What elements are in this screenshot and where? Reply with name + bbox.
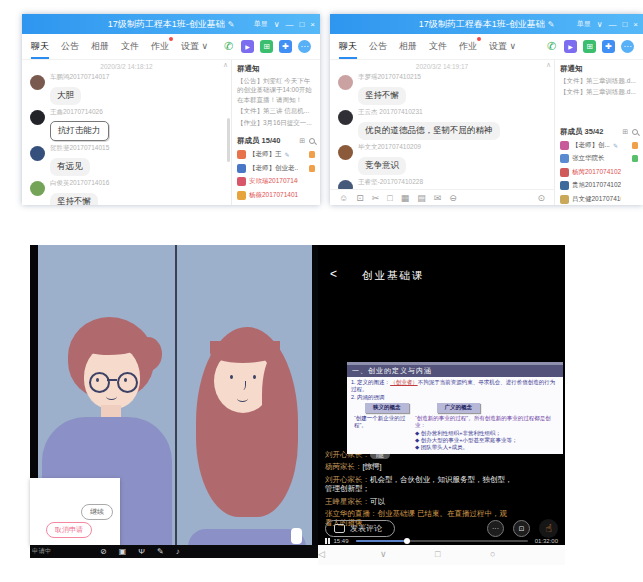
avatar[interactable] xyxy=(30,146,45,161)
emoji-icon[interactable]: ☺ xyxy=(339,193,348,203)
chat-action-icon[interactable]: ▶ xyxy=(564,40,577,53)
tab[interactable]: 文件 xyxy=(429,35,447,59)
cast-screen-button[interactable]: ⊡ xyxy=(513,520,530,537)
chat-action-icon[interactable]: ⊞ xyxy=(583,40,596,53)
display-mode-label[interactable]: 单显 xyxy=(577,19,591,29)
home-icon[interactable]: ○ xyxy=(490,549,495,559)
member-search-icon[interactable] xyxy=(309,138,315,144)
fold-messages-icon[interactable]: ∧ xyxy=(546,61,551,69)
progress-knob[interactable] xyxy=(404,538,410,544)
message-area[interactable]: ∧ 2020/3/2 14:18:12 车鹏鸿20170714017 大胆 xyxy=(22,60,231,205)
like-button[interactable]: ☝ xyxy=(539,519,558,538)
member-row[interactable]: 【老师】创业老... xyxy=(237,164,315,173)
chat-action-icon[interactable]: ⊞ xyxy=(260,40,273,53)
fold-messages-icon[interactable]: ∧ xyxy=(223,61,228,69)
minimize-icon[interactable]: — xyxy=(608,20,616,29)
close-icon[interactable]: × xyxy=(633,20,638,29)
history-icon[interactable]: ⊙ xyxy=(537,193,545,203)
group-notice-item[interactable]: 【文件】第三讲 信息机... xyxy=(237,106,315,115)
chat-action-icon[interactable]: ▶ xyxy=(241,40,254,53)
member-row[interactable]: 杨苪201707410236 xyxy=(560,168,638,177)
recents-icon[interactable]: □ xyxy=(435,549,440,559)
hide-nav-icon[interactable]: ∨ xyxy=(380,549,387,559)
edit-title-icon[interactable]: ✎ xyxy=(228,20,235,29)
member-row[interactable]: 贵旭201707410204 xyxy=(560,181,638,190)
invite-member-icon[interactable]: ⊞ xyxy=(299,137,305,145)
scrollbar[interactable] xyxy=(227,118,230,162)
camera-off-icon[interactable]: ⊘ xyxy=(100,548,107,556)
member-edit-icon[interactable]: ✎ xyxy=(613,142,618,149)
continue-button[interactable]: 继续 xyxy=(81,504,113,520)
tab[interactable]: 相册 xyxy=(399,35,417,59)
tab[interactable]: 聊天 xyxy=(339,35,357,59)
back-icon[interactable]: ◁ xyxy=(318,549,325,559)
chat-action-icon[interactable]: ✆ xyxy=(545,40,558,53)
progress-bar[interactable] xyxy=(356,540,528,542)
tab-label: 公告 xyxy=(369,41,387,51)
member-edit-icon[interactable]: ✎ xyxy=(285,151,290,158)
tab[interactable]: 设置 ∨ xyxy=(489,35,516,59)
tab[interactable]: 作业 xyxy=(151,35,169,59)
chat-action-icon[interactable]: ⋯ xyxy=(298,40,311,53)
remind-icon[interactable]: ✉ xyxy=(434,193,442,203)
chat-action-icon[interactable]: ✆ xyxy=(222,40,235,53)
tab[interactable]: 作业 xyxy=(459,35,477,59)
mute-icon[interactable]: ⊖ xyxy=(449,193,457,203)
cancel-request-button[interactable]: 取消申请 xyxy=(46,522,92,538)
group-notice-item[interactable]: 【作业】3月16日提交一... xyxy=(237,118,315,127)
avatar[interactable] xyxy=(30,75,45,90)
maximize-icon[interactable]: □ xyxy=(622,20,627,29)
pause-button[interactable] xyxy=(325,538,330,544)
member-row[interactable]: 安欣瑞2017071401 xyxy=(237,177,315,186)
avatar[interactable] xyxy=(338,75,353,90)
chat-action-icon[interactable]: ✚ xyxy=(279,40,292,53)
display-mode-label[interactable]: 单显 xyxy=(254,19,268,29)
close-icon[interactable]: × xyxy=(310,20,315,29)
member-row[interactable]: 张立华院长 xyxy=(560,154,638,163)
window-body: ∧ 2020/3/2 14:18:12 车鹏鸿20170714017 大胆 xyxy=(22,60,320,205)
member-row[interactable]: 【老师】王 ✎ xyxy=(237,150,315,159)
member-search-icon[interactable] xyxy=(632,129,638,135)
tab[interactable]: 设置 ∨ xyxy=(181,35,208,59)
chat-action-icon[interactable]: ⋯ xyxy=(621,40,634,53)
avatar[interactable] xyxy=(338,110,353,125)
group-notice-item[interactable]: 【公告】刘雯红 今天下午的创业基础课于14:00开始在本群直播！请周知！ xyxy=(237,76,315,104)
annotate-icon[interactable]: ✎ xyxy=(157,548,164,556)
tab[interactable]: 公告 xyxy=(61,35,79,59)
edit-title-icon[interactable]: ✎ xyxy=(548,20,555,29)
image-icon[interactable]: ▤ xyxy=(417,193,426,203)
chat-action-icon[interactable]: ✚ xyxy=(602,40,615,53)
member-row[interactable]: 杨薇20170714012 xyxy=(237,191,315,200)
chat-toolbar-icons: ☺⊡✂□▦▤✉⊖ xyxy=(339,193,457,203)
music-icon[interactable]: ♪ xyxy=(176,548,180,556)
collapse-window-icon[interactable]: ∨ xyxy=(274,20,280,29)
tab[interactable]: 文件 xyxy=(121,35,139,59)
message-area[interactable]: ∧ 2020/3/2 14:19:17 李梦瑶201707410215 坚持不懈 xyxy=(330,60,554,205)
tab[interactable]: 聊天 xyxy=(31,35,49,59)
group-notice-item[interactable]: 【文件】第三章训练题.d... xyxy=(560,87,638,96)
tab[interactable]: 相册 xyxy=(91,35,109,59)
member-row[interactable]: 吕文健2017074102... xyxy=(560,195,638,204)
maximize-icon[interactable]: □ xyxy=(299,20,304,29)
tab[interactable]: 公告 xyxy=(369,35,387,59)
screenshot-icon[interactable]: ✂ xyxy=(372,193,380,203)
file-icon[interactable]: □ xyxy=(387,193,392,203)
avatar[interactable] xyxy=(30,181,45,196)
comment-input[interactable]: 发表评论 xyxy=(325,520,395,537)
mic-icon[interactable]: Ψ xyxy=(138,548,145,556)
collapse-window-icon[interactable]: ∨ xyxy=(597,20,603,29)
member-row[interactable]: 【老师】创... ✎ xyxy=(560,141,638,150)
screen-share-icon[interactable]: ▣ xyxy=(119,548,127,556)
back-icon[interactable]: < xyxy=(330,267,337,281)
avatar[interactable] xyxy=(338,145,353,160)
window-titlebar[interactable]: 17级制药工程春本1班-创业基础✎ 单显 ∨ — □ × xyxy=(330,14,643,34)
minimize-icon[interactable]: — xyxy=(285,20,293,29)
avatar[interactable] xyxy=(30,110,45,125)
group-notice-item[interactable]: 【文件】第三章训练题.d... xyxy=(560,76,638,85)
gif-icon[interactable]: ⊡ xyxy=(356,193,364,203)
illustration-right-person-hair-lock xyxy=(262,357,286,442)
more-options-button[interactable]: ··· xyxy=(487,520,504,537)
invite-member-icon[interactable]: ⊞ xyxy=(622,128,628,136)
window-shake-icon[interactable]: ▦ xyxy=(401,193,410,203)
window-titlebar[interactable]: 17级制药工程本1班-创业基础✎ 单显 ∨ — □ × xyxy=(22,14,320,34)
